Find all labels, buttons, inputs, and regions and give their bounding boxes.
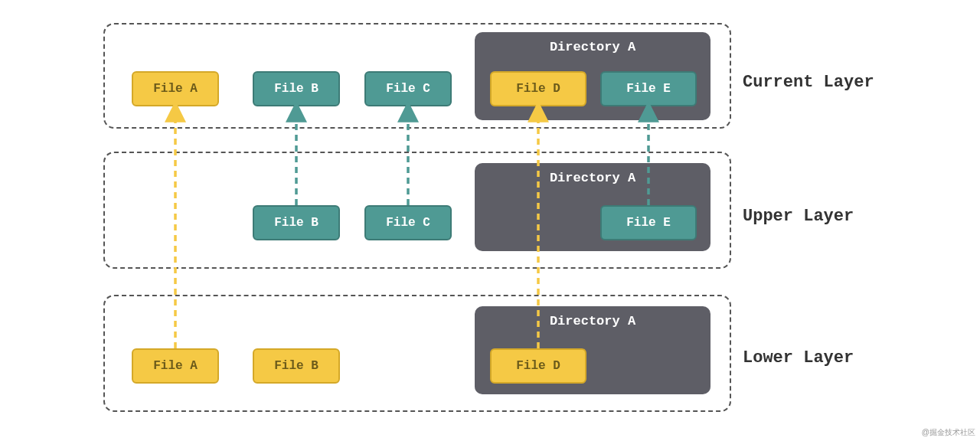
diagram-canvas: Current Layer Upper Layer Lower Layer Di… xyxy=(0,0,980,441)
arrows-svg xyxy=(0,0,980,441)
watermark: @掘金技术社区 xyxy=(922,427,975,438)
